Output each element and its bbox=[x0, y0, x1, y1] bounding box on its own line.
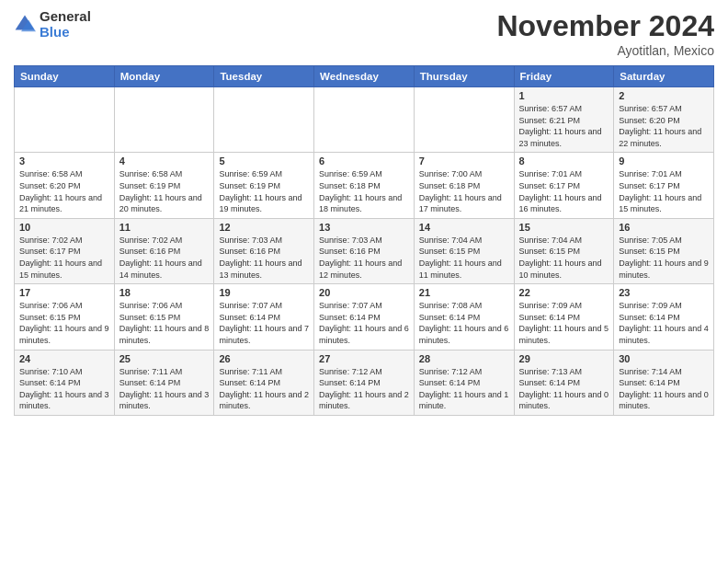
day-number: 5 bbox=[219, 155, 309, 167]
calendar-cell: 16Sunrise: 7:05 AM Sunset: 6:15 PM Dayli… bbox=[614, 218, 714, 283]
day-number: 15 bbox=[519, 222, 609, 233]
logo-blue: Blue bbox=[40, 25, 91, 40]
calendar-week-row: 1Sunrise: 6:57 AM Sunset: 6:21 PM Daylig… bbox=[15, 87, 714, 153]
calendar-cell bbox=[114, 87, 214, 153]
calendar-day-header: Saturday bbox=[614, 66, 714, 87]
calendar-cell bbox=[15, 87, 115, 153]
calendar-cell: 28Sunrise: 7:12 AM Sunset: 6:14 PM Dayli… bbox=[414, 350, 514, 415]
day-info: Sunrise: 7:01 AM Sunset: 6:17 PM Dayligh… bbox=[519, 168, 609, 214]
day-info: Sunrise: 7:09 AM Sunset: 6:14 PM Dayligh… bbox=[519, 300, 609, 346]
calendar-week-row: 10Sunrise: 7:02 AM Sunset: 6:17 PM Dayli… bbox=[15, 218, 714, 283]
day-info: Sunrise: 6:58 AM Sunset: 6:19 PM Dayligh… bbox=[119, 168, 210, 214]
calendar-cell: 25Sunrise: 7:11 AM Sunset: 6:14 PM Dayli… bbox=[114, 350, 214, 415]
day-info: Sunrise: 7:03 AM Sunset: 6:16 PM Dayligh… bbox=[319, 235, 409, 281]
calendar-cell: 19Sunrise: 7:07 AM Sunset: 6:14 PM Dayli… bbox=[214, 284, 314, 350]
day-number: 9 bbox=[619, 155, 709, 167]
day-number: 14 bbox=[419, 222, 509, 233]
calendar-cell bbox=[414, 87, 514, 153]
calendar-cell: 29Sunrise: 7:13 AM Sunset: 6:14 PM Dayli… bbox=[514, 350, 614, 415]
page: General Blue November 2024 Ayotitlan, Me… bbox=[0, 0, 728, 563]
calendar-cell: 22Sunrise: 7:09 AM Sunset: 6:14 PM Dayli… bbox=[514, 284, 614, 350]
calendar-cell: 6Sunrise: 6:59 AM Sunset: 6:18 PM Daylig… bbox=[314, 153, 415, 218]
calendar-cell: 11Sunrise: 7:02 AM Sunset: 6:16 PM Dayli… bbox=[114, 218, 214, 283]
calendar-cell: 21Sunrise: 7:08 AM Sunset: 6:14 PM Dayli… bbox=[414, 284, 514, 350]
day-number: 13 bbox=[319, 222, 409, 233]
day-number: 17 bbox=[19, 287, 109, 298]
day-info: Sunrise: 6:57 AM Sunset: 6:20 PM Dayligh… bbox=[619, 103, 709, 149]
day-number: 22 bbox=[519, 287, 609, 298]
day-number: 16 bbox=[619, 222, 709, 233]
day-number: 24 bbox=[19, 353, 109, 364]
calendar-week-row: 17Sunrise: 7:06 AM Sunset: 6:15 PM Dayli… bbox=[15, 284, 714, 350]
day-info: Sunrise: 7:05 AM Sunset: 6:15 PM Dayligh… bbox=[619, 235, 709, 281]
calendar-cell: 1Sunrise: 6:57 AM Sunset: 6:21 PM Daylig… bbox=[514, 87, 614, 153]
calendar-cell: 10Sunrise: 7:02 AM Sunset: 6:17 PM Dayli… bbox=[15, 218, 115, 283]
calendar-cell: 7Sunrise: 7:00 AM Sunset: 6:18 PM Daylig… bbox=[414, 153, 514, 218]
day-number: 30 bbox=[619, 353, 709, 364]
calendar-cell: 26Sunrise: 7:11 AM Sunset: 6:14 PM Dayli… bbox=[214, 350, 314, 415]
logo-icon bbox=[14, 14, 36, 36]
day-number: 19 bbox=[219, 287, 309, 298]
day-info: Sunrise: 7:12 AM Sunset: 6:14 PM Dayligh… bbox=[419, 366, 509, 412]
day-info: Sunrise: 6:58 AM Sunset: 6:20 PM Dayligh… bbox=[19, 168, 109, 214]
logo-general: General bbox=[40, 9, 91, 25]
day-number: 23 bbox=[619, 287, 709, 298]
day-info: Sunrise: 7:10 AM Sunset: 6:14 PM Dayligh… bbox=[19, 366, 109, 412]
calendar-cell: 23Sunrise: 7:09 AM Sunset: 6:14 PM Dayli… bbox=[614, 284, 714, 350]
day-info: Sunrise: 6:57 AM Sunset: 6:21 PM Dayligh… bbox=[519, 103, 609, 149]
day-info: Sunrise: 6:59 AM Sunset: 6:19 PM Dayligh… bbox=[219, 168, 309, 214]
day-info: Sunrise: 7:07 AM Sunset: 6:14 PM Dayligh… bbox=[219, 300, 309, 346]
calendar-day-header: Wednesday bbox=[314, 66, 415, 87]
day-info: Sunrise: 7:11 AM Sunset: 6:14 PM Dayligh… bbox=[219, 366, 309, 412]
title-block: November 2024 Ayotitlan, Mexico bbox=[496, 9, 714, 58]
day-info: Sunrise: 7:04 AM Sunset: 6:15 PM Dayligh… bbox=[419, 235, 509, 281]
calendar-cell: 24Sunrise: 7:10 AM Sunset: 6:14 PM Dayli… bbox=[15, 350, 115, 415]
day-number: 10 bbox=[19, 222, 109, 233]
day-info: Sunrise: 7:09 AM Sunset: 6:14 PM Dayligh… bbox=[619, 300, 709, 346]
day-number: 26 bbox=[219, 353, 309, 364]
calendar-day-header: Thursday bbox=[414, 66, 514, 87]
calendar-cell: 2Sunrise: 6:57 AM Sunset: 6:20 PM Daylig… bbox=[614, 87, 714, 153]
month-title: November 2024 bbox=[496, 9, 714, 43]
calendar-week-row: 3Sunrise: 6:58 AM Sunset: 6:20 PM Daylig… bbox=[15, 153, 714, 218]
day-info: Sunrise: 7:06 AM Sunset: 6:15 PM Dayligh… bbox=[19, 300, 109, 346]
calendar-cell: 30Sunrise: 7:14 AM Sunset: 6:14 PM Dayli… bbox=[614, 350, 714, 415]
calendar-day-header: Monday bbox=[114, 66, 214, 87]
day-number: 28 bbox=[419, 353, 509, 364]
day-number: 12 bbox=[219, 222, 309, 233]
header: General Blue November 2024 Ayotitlan, Me… bbox=[14, 9, 714, 58]
day-info: Sunrise: 7:04 AM Sunset: 6:15 PM Dayligh… bbox=[519, 235, 609, 281]
calendar-cell: 8Sunrise: 7:01 AM Sunset: 6:17 PM Daylig… bbox=[514, 153, 614, 218]
day-info: Sunrise: 7:07 AM Sunset: 6:14 PM Dayligh… bbox=[319, 300, 409, 346]
logo-text: General Blue bbox=[40, 9, 91, 40]
calendar-cell: 12Sunrise: 7:03 AM Sunset: 6:16 PM Dayli… bbox=[214, 218, 314, 283]
calendar-cell bbox=[314, 87, 415, 153]
calendar-cell: 13Sunrise: 7:03 AM Sunset: 6:16 PM Dayli… bbox=[314, 218, 415, 283]
day-number: 2 bbox=[619, 90, 709, 101]
calendar-cell: 15Sunrise: 7:04 AM Sunset: 6:15 PM Dayli… bbox=[514, 218, 614, 283]
day-number: 20 bbox=[319, 287, 409, 298]
calendar-cell: 4Sunrise: 6:58 AM Sunset: 6:19 PM Daylig… bbox=[114, 153, 214, 218]
day-info: Sunrise: 7:03 AM Sunset: 6:16 PM Dayligh… bbox=[219, 235, 309, 281]
day-info: Sunrise: 7:14 AM Sunset: 6:14 PM Dayligh… bbox=[619, 366, 709, 412]
calendar-header-row: SundayMondayTuesdayWednesdayThursdayFrid… bbox=[15, 66, 714, 87]
logo: General Blue bbox=[14, 9, 91, 40]
calendar-cell: 17Sunrise: 7:06 AM Sunset: 6:15 PM Dayli… bbox=[15, 284, 115, 350]
day-number: 11 bbox=[119, 222, 210, 233]
location: Ayotitlan, Mexico bbox=[496, 43, 714, 58]
day-info: Sunrise: 7:12 AM Sunset: 6:14 PM Dayligh… bbox=[319, 366, 409, 412]
day-number: 29 bbox=[519, 353, 609, 364]
day-number: 4 bbox=[119, 155, 210, 167]
day-number: 25 bbox=[119, 353, 210, 364]
day-info: Sunrise: 7:01 AM Sunset: 6:17 PM Dayligh… bbox=[619, 168, 709, 214]
day-number: 6 bbox=[319, 155, 409, 167]
day-info: Sunrise: 6:59 AM Sunset: 6:18 PM Dayligh… bbox=[319, 168, 409, 214]
calendar-cell: 3Sunrise: 6:58 AM Sunset: 6:20 PM Daylig… bbox=[15, 153, 115, 218]
calendar-day-header: Sunday bbox=[15, 66, 115, 87]
day-info: Sunrise: 7:13 AM Sunset: 6:14 PM Dayligh… bbox=[519, 366, 609, 412]
day-number: 7 bbox=[419, 155, 509, 167]
calendar-cell: 9Sunrise: 7:01 AM Sunset: 6:17 PM Daylig… bbox=[614, 153, 714, 218]
calendar-cell: 27Sunrise: 7:12 AM Sunset: 6:14 PM Dayli… bbox=[314, 350, 415, 415]
day-info: Sunrise: 7:06 AM Sunset: 6:15 PM Dayligh… bbox=[119, 300, 210, 346]
day-info: Sunrise: 7:11 AM Sunset: 6:14 PM Dayligh… bbox=[119, 366, 210, 412]
